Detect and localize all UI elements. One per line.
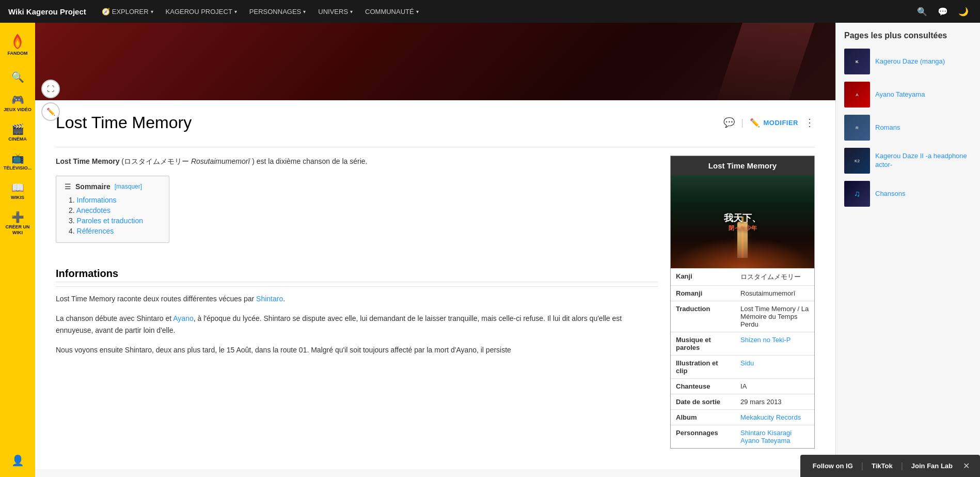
infobox-row-musique: Musique et paroles Shizen no Teki-P <box>671 332 814 356</box>
infobox-value-kanji: ロスタイムメモリー <box>735 269 814 286</box>
article-title: Lost Time Memory <box>56 113 192 132</box>
sidebar-jeux-label: JEUX VIDÉO <box>4 107 31 113</box>
popular-item-romans[interactable]: R Romans <box>844 115 972 141</box>
explorer-icon: 🧭 <box>102 8 110 16</box>
edit-round-button[interactable]: ✏️ <box>41 102 60 121</box>
infobox-image-subtext: 閉った少年 <box>724 224 761 232</box>
nav-personnages[interactable]: PERSONNAGES ▾ <box>244 5 311 19</box>
right-sidebar-title: Pages les plus consultées <box>844 31 972 40</box>
section-divider <box>56 286 658 287</box>
toc-link-paroles[interactable]: Paroles et traduction <box>77 217 143 225</box>
join-fan-lab-button[interactable]: Join Fan Lab <box>907 460 957 472</box>
search-button[interactable]: 🔍 <box>914 3 930 20</box>
fullscreen-button[interactable]: ⛶ <box>41 80 60 98</box>
article-text-column: Lost Time Memory (ロスタイムメモリー Rosutaimumem… <box>56 156 658 364</box>
sidebar-item-profile[interactable]: 👤 <box>1 450 34 471</box>
bottom-bar-divider-1: | <box>861 461 863 471</box>
search-icon: 🔍 <box>11 71 24 83</box>
profile-icon: 👤 <box>11 454 24 467</box>
close-icon: ✕ <box>963 461 970 470</box>
sidebar-item-create-wiki[interactable]: ➕ CRÉER UN WIKI <box>1 207 34 240</box>
chevron-down-icon: ▾ <box>303 9 306 14</box>
comment-icon: 💬 <box>723 117 735 128</box>
title-divider <box>56 147 815 147</box>
sidu-link[interactable]: Sidu <box>740 359 754 367</box>
intro-rest: ) est la dixième chanson de la série. <box>252 157 367 165</box>
infobox-title: Lost Time Memory <box>671 156 814 175</box>
nav-actions: 🔍 💬 🌙 <box>914 3 972 20</box>
sidebar-item-cinema[interactable]: 🎬 CINÉMA <box>1 119 34 146</box>
chevron-down-icon: ▾ <box>151 9 153 14</box>
shintaro-link-1[interactable]: Shintaro <box>256 295 283 303</box>
mekakucity-link[interactable]: Mekakucity Records <box>740 413 801 421</box>
infobox-label-illustration: Illustration et clip <box>671 356 735 379</box>
nav-explorer[interactable]: 🧭 EXPLORER ▾ <box>97 5 159 19</box>
infobox: Lost Time Memory 我天下、 閉った少年 <box>670 156 815 449</box>
section-heading-informations: Informations <box>56 268 658 282</box>
infobox-row-album: Album Mekakucity Records <box>671 410 814 425</box>
intro-japanese: (ロスタイムメモリー <box>121 157 191 165</box>
sidebar-item-wikis[interactable]: 📖 WIKIS <box>1 177 34 205</box>
infobox-image-text: 我天下、 閉った少年 <box>724 212 761 232</box>
toc-link-references[interactable]: Références <box>77 227 114 235</box>
table-of-contents: ☰ Sommaire [masquer] 1. Informations 2. <box>56 176 169 243</box>
left-sidebar: FANDOM 🔍 🎮 JEUX VIDÉO 🎬 CINÉMA 📺 TÉLÉVIS… <box>0 23 35 477</box>
tv-icon: 📺 <box>11 152 24 164</box>
infobox-label-album: Album <box>671 410 735 425</box>
main-wrapper: ⛶ ✏️ Lost Time Memory 💬 | ✏️ MODIFIER <box>35 23 835 477</box>
sidebar-item-jeux-video[interactable]: 🎮 JEUX VIDÉO <box>1 89 34 117</box>
popular-name-romans: Romans <box>875 124 900 132</box>
shintaro-link-2[interactable]: Shintaro Kisaragi <box>740 429 792 437</box>
ayano-link[interactable]: Ayano <box>173 314 193 322</box>
chevron-down-icon: ▾ <box>234 9 237 14</box>
nav-kagerou[interactable]: KAGEROU PROJECT ▾ <box>161 5 242 19</box>
infobox-value-date: 29 mars 2013 <box>735 394 814 410</box>
infobox-row-date: Date de sortie 29 mars 2013 <box>671 394 814 410</box>
popular-item-chansons[interactable]: ♫ Chansons <box>844 181 972 207</box>
infobox-table: Kanji ロスタイムメモリー Romanji Rosutaimumemorī … <box>671 268 814 448</box>
chevron-down-icon: ▾ <box>416 9 419 14</box>
infobox-value-chanteuse: IA <box>735 379 814 394</box>
infobox-label-traduction: Traduction <box>671 301 735 332</box>
popular-thumb-chansons: ♫ <box>844 181 870 207</box>
infobox-label-personnages: Personnages <box>671 425 735 449</box>
sidebar-item-television[interactable]: 📺 TÉLÉVISIO... <box>1 148 34 175</box>
cinema-icon: 🎬 <box>11 123 24 135</box>
more-icon: ⋮ <box>804 117 815 128</box>
infobox-value-illustration: Sidu <box>735 356 814 379</box>
top-navigation: Wiki Kagerou Project 🧭 EXPLORER ▾ KAGERO… <box>0 0 980 23</box>
infobox-row-traduction: Traduction Lost Time Memory / La Mémoire… <box>671 301 814 332</box>
toc-toggle-link[interactable]: [masquer] <box>115 183 142 190</box>
popular-name-chansons: Chansons <box>875 190 906 198</box>
popular-item-kagerou-daze[interactable]: K Kagerou Daze (manga) <box>844 49 972 74</box>
sidebar-tv-label: TÉLÉVISIO... <box>4 165 32 171</box>
edit-button[interactable]: ✏️ MODIFIER <box>750 118 798 128</box>
notifications-button[interactable]: 💬 <box>935 3 951 20</box>
infobox-value-traduction: Lost Time Memory / La Mémoire du Temps P… <box>735 301 814 332</box>
article-container: Lost Time Memory 💬 | ✏️ MODIFIER ⋮ <box>35 100 835 469</box>
fandom-logo[interactable]: FANDOM <box>1 29 34 60</box>
sidebar-create-label: CRÉER UN WIKI <box>3 224 32 236</box>
shizen-link[interactable]: Shizen no Teki-P <box>740 336 791 344</box>
tiktok-button[interactable]: TikTok <box>867 460 897 472</box>
sidebar-item-search[interactable]: 🔍 <box>1 67 34 87</box>
infobox-row-illustration: Illustration et clip Sidu <box>671 356 814 379</box>
infobox-value-romanji: Rosutaimumemorī <box>735 286 814 301</box>
nav-univers[interactable]: UNIVERS ▾ <box>313 5 358 19</box>
toc-link-informations[interactable]: Informations <box>77 196 117 204</box>
popular-item-ayano[interactable]: A Ayano Tateyama <box>844 82 972 107</box>
follow-ig-button[interactable]: Follow on IG <box>809 460 857 472</box>
site-logo[interactable]: Wiki Kagerou Project <box>8 7 86 16</box>
sidebar-wikis-label: WIKIS <box>11 195 24 201</box>
ayano-link-2[interactable]: Ayano Tateyama <box>740 437 790 444</box>
more-options-button[interactable]: ⋮ <box>804 116 815 129</box>
nav-communaute[interactable]: COMMUNAUTÉ ▾ <box>360 5 424 19</box>
bottom-bar-close-button[interactable]: ✕ <box>961 460 972 472</box>
theme-toggle-button[interactable]: 🌙 <box>955 3 972 20</box>
popular-thumb-ayano: A <box>844 82 870 107</box>
popular-item-kagerou2[interactable]: K2 Kagerou Daze II -a headphone actor- <box>844 148 972 174</box>
toc-list: 1. Informations 2. Anecdotes 3. Paroles … <box>65 195 161 236</box>
toc-link-anecdotes[interactable]: Anecdotes <box>76 206 110 214</box>
popular-name-kagerou2: Kagerou Daze II -a headphone actor- <box>875 152 972 170</box>
comment-button[interactable]: 💬 <box>723 117 735 128</box>
